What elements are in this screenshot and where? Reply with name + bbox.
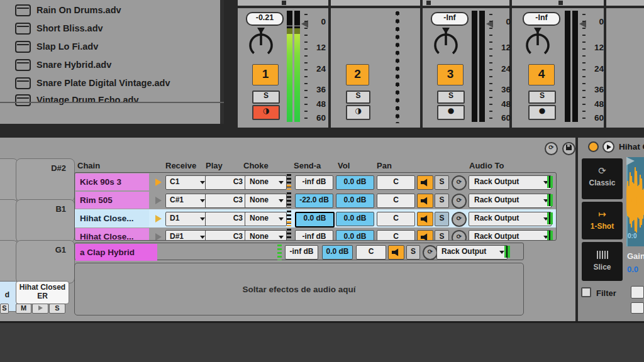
pad-preview-button[interactable] xyxy=(32,304,48,314)
choke-select[interactable]: None xyxy=(245,194,287,208)
chain-row-selected[interactable]: Hihat Close... D1 C3 None 0.0 dB 0.0 dB … xyxy=(75,209,556,228)
mode-button-slice[interactable]: Slice xyxy=(582,242,623,281)
choke-select[interactable]: None xyxy=(245,212,287,226)
track-number[interactable]: 2 xyxy=(346,64,369,85)
chain-play-icon[interactable] xyxy=(155,178,162,186)
pan-value[interactable]: C xyxy=(377,230,415,241)
chain-play-icon[interactable] xyxy=(155,215,162,222)
volume-value[interactable]: 0.0 dB xyxy=(336,230,374,241)
device-activator-led[interactable] xyxy=(588,141,599,152)
track-number[interactable]: 3 xyxy=(437,64,464,85)
pan-value[interactable]: C xyxy=(377,212,415,226)
solo-button[interactable]: S xyxy=(252,90,280,104)
volume-value[interactable]: 0.0 dB xyxy=(336,175,374,190)
solo-button[interactable]: S xyxy=(437,90,465,104)
chain-solo-button[interactable]: S xyxy=(435,230,449,241)
chain-activator-speaker-icon[interactable] xyxy=(417,194,433,208)
solo-button[interactable]: S xyxy=(346,90,370,104)
chain-solo-button[interactable]: S xyxy=(435,194,449,208)
browser-item[interactable]: Snare Plate Digital Vintage.adv xyxy=(15,75,216,90)
hot-swap-icon[interactable]: ⟳ xyxy=(452,175,467,190)
choke-select[interactable]: None xyxy=(245,230,287,241)
chain-name[interactable]: Hihat Close... xyxy=(75,210,149,227)
browser-item[interactable]: Snare Hybrid.adv xyxy=(15,57,216,72)
gain-value[interactable]: 0.0 xyxy=(627,265,644,274)
pan-value[interactable]: C xyxy=(356,245,386,260)
chain-row[interactable]: Kick 90s 3 C1 C3 None -inf dB 0.0 dB C S… xyxy=(75,173,556,191)
return-chain-row[interactable]: a Clap Hybrid -inf dB 0.0 dB C S ⟳ Rack … xyxy=(74,243,524,260)
drum-pad-g1[interactable]: G1 xyxy=(16,240,75,283)
receive-select[interactable]: C#1 xyxy=(165,194,208,208)
pad-solo-button[interactable]: S xyxy=(49,304,65,314)
volume-value[interactable]: -Inf xyxy=(431,12,469,26)
save-preset-icon[interactable] xyxy=(562,142,575,155)
arm-button[interactable]: ● xyxy=(528,105,556,120)
sample-waveform-display[interactable]: 0:0 xyxy=(626,157,644,246)
audio-to-select[interactable]: Rack Output xyxy=(469,194,552,208)
volume-knob[interactable] xyxy=(247,27,275,60)
pan-value[interactable]: C xyxy=(377,175,415,190)
browser-item[interactable]: Rain On Drums.adv xyxy=(15,3,216,18)
chain-activator-speaker-icon[interactable] xyxy=(417,175,433,190)
drum-pad-d#2[interactable]: D#2 xyxy=(16,158,75,202)
send-value[interactable]: -22.0 dB xyxy=(295,194,333,208)
track-number[interactable]: 4 xyxy=(528,64,555,85)
hot-swap-icon[interactable]: ⟳ xyxy=(452,194,467,209)
chain-activator-speaker-icon[interactable] xyxy=(417,230,433,241)
chain-name[interactable]: a Clap Hybrid xyxy=(75,244,157,261)
audio-to-select[interactable]: Rack Output xyxy=(436,245,508,260)
audio-to-select[interactable]: Rack Output xyxy=(469,175,552,190)
audio-to-select[interactable]: Rack Output xyxy=(469,230,552,241)
filter-type-box[interactable] xyxy=(631,286,644,299)
send-value[interactable]: -inf dB xyxy=(295,175,333,190)
filter-freq-box[interactable] xyxy=(631,302,644,314)
volume-value[interactable]: 0.0 dB xyxy=(336,194,374,208)
chain-row[interactable]: Hihat Close... D#1 C3 None -inf dB 0.0 d… xyxy=(75,228,556,241)
chain-row[interactable]: Rim 505 C#1 C3 None -22.0 dB 0.0 dB C S … xyxy=(75,191,556,209)
send-value-focused[interactable]: 0.0 dB xyxy=(295,212,335,228)
volume-knob[interactable] xyxy=(523,27,552,60)
volume-value[interactable]: 0.0 dB xyxy=(336,212,374,226)
volume-value[interactable]: 0.0 dB xyxy=(322,245,353,260)
device-preview-play-button[interactable] xyxy=(602,141,614,153)
chain-play-icon[interactable] xyxy=(155,197,162,204)
chain-activator-speaker-icon[interactable] xyxy=(417,212,433,226)
arm-button[interactable]: ◑ xyxy=(346,105,370,120)
filter-checkbox[interactable] xyxy=(581,287,591,297)
volume-value[interactable]: -Inf xyxy=(523,12,560,26)
solo-button[interactable]: S xyxy=(528,90,556,104)
chain-solo-button[interactable]: S xyxy=(406,245,420,260)
volume-knob[interactable] xyxy=(431,27,460,60)
browser-item[interactable]: Slap Lo Fi.adv xyxy=(15,39,216,54)
receive-select[interactable]: D1 xyxy=(165,212,208,226)
audio-to-select[interactable]: Rack Output xyxy=(469,212,552,226)
audio-effect-drop-zone[interactable]: Soltar efectos de audio aquí xyxy=(74,263,524,315)
browser-item[interactable]: Vintage Drum Echo.adv xyxy=(15,92,216,107)
pad-solo-button[interactable]: S xyxy=(0,304,9,314)
mode-button-classic[interactable]: ⟳ Classic xyxy=(582,158,623,199)
send-value[interactable]: -inf dB xyxy=(285,245,318,260)
hot-swap-icon[interactable]: ⟳ xyxy=(545,142,558,155)
pan-value[interactable]: C xyxy=(377,194,415,208)
chain-name[interactable]: Hihat Close... xyxy=(75,228,149,241)
hot-swap-icon[interactable]: ⟳ xyxy=(423,245,438,260)
pad-mute-button[interactable]: M xyxy=(16,304,31,314)
receive-select[interactable]: C1 xyxy=(165,175,208,190)
choke-select[interactable]: None xyxy=(245,175,287,190)
chain-name[interactable]: Kick 90s 3 xyxy=(75,173,149,190)
mode-button-one-shot[interactable]: ↦ 1-Shot xyxy=(582,202,623,239)
track-number[interactable]: 1 xyxy=(252,64,279,85)
arm-button[interactable]: ◑ xyxy=(252,105,280,120)
volume-value[interactable]: -0.21 xyxy=(246,12,284,26)
hot-swap-icon[interactable]: ⟳ xyxy=(452,230,467,241)
hot-swap-icon[interactable]: ⟳ xyxy=(452,212,467,227)
chain-play-icon[interactable] xyxy=(155,233,162,241)
drum-pad-b1[interactable]: B1 xyxy=(16,199,75,243)
drum-pad-selected[interactable]: Hihat Closed ER xyxy=(16,281,69,304)
chain-solo-button[interactable]: S xyxy=(435,212,449,226)
browser-item[interactable]: Short Bliss.adv xyxy=(15,21,216,36)
arm-button[interactable]: ● xyxy=(437,105,465,120)
receive-select[interactable]: D#1 xyxy=(165,230,208,241)
chain-activator-speaker-icon[interactable] xyxy=(388,245,404,260)
chain-name[interactable]: Rim 505 xyxy=(75,192,149,209)
